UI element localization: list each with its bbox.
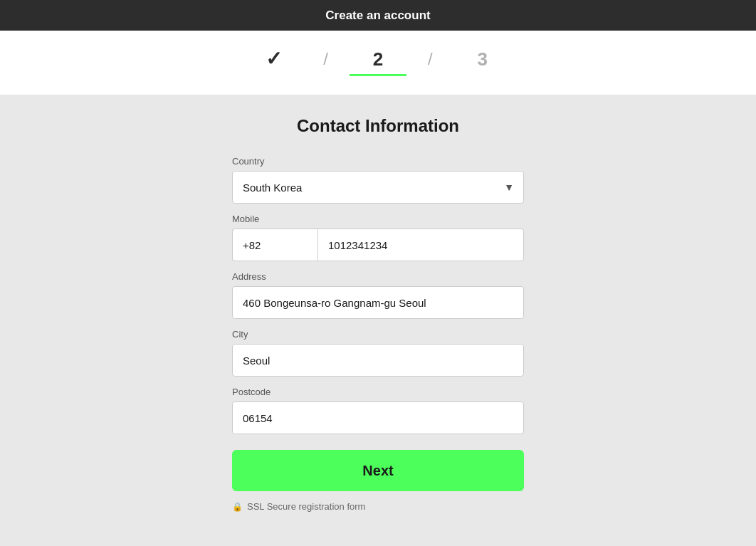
step-1: ✓ (231, 49, 316, 77)
country-select-wrapper: South Korea United States Japan China Un… (232, 171, 524, 204)
steps-bar: ✓ / 2 / 3 (0, 31, 756, 95)
step-2-underline (350, 74, 406, 76)
address-input[interactable] (232, 286, 524, 319)
country-select[interactable]: South Korea United States Japan China Un… (232, 171, 524, 204)
form-container: Country South Korea United States Japan … (232, 156, 524, 512)
address-label: Address (232, 271, 524, 282)
page-header: Create an account (0, 0, 756, 31)
step-3-number: 3 (477, 50, 487, 68)
ssl-notice: 🔒 SSL Secure registration form (232, 501, 524, 512)
step-separator-1: / (316, 49, 335, 69)
mobile-row (232, 229, 524, 261)
step-3-underline (454, 74, 511, 76)
next-button[interactable]: Next (232, 450, 524, 491)
step-3: 3 (440, 50, 525, 76)
step-1-number: ✓ (266, 49, 282, 69)
step-separator-2: / (421, 49, 440, 69)
step-1-underline (245, 75, 302, 77)
mobile-number-input[interactable] (317, 229, 524, 261)
main-content: Contact Information Country South Korea … (0, 95, 756, 512)
step-2: 2 (335, 50, 421, 76)
postcode-label: Postcode (232, 387, 524, 397)
city-label: City (232, 329, 524, 340)
mobile-code-input[interactable] (232, 229, 317, 261)
step-2-number: 2 (373, 50, 383, 68)
city-input[interactable] (232, 344, 524, 377)
header-title: Create an account (325, 9, 430, 23)
mobile-label: Mobile (232, 214, 524, 224)
country-label: Country (232, 156, 524, 167)
lock-icon: 🔒 (232, 502, 243, 512)
postcode-input[interactable] (232, 401, 524, 434)
ssl-text: SSL Secure registration form (247, 501, 365, 512)
form-title: Contact Information (297, 116, 459, 136)
